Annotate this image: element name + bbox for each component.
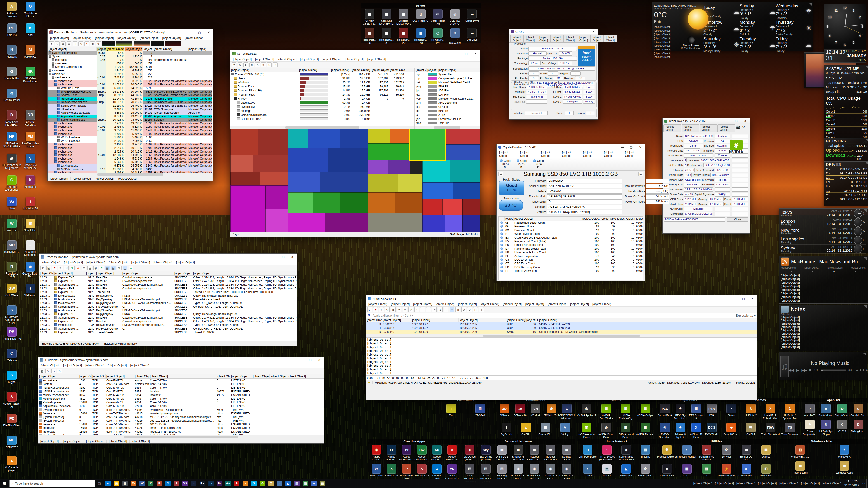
fence-icon[interactable]: CCINEBENCH Windows .. [559, 404, 575, 420]
zoom-in-icon[interactable]: ⊕ [461, 307, 466, 312]
play-button[interactable]: ▶ [796, 368, 799, 372]
directory-row[interactable]: Program Files 14.3% 15.0 GB 96,116 86,25… [230, 93, 414, 97]
minimize-button[interactable]: — [618, 144, 627, 150]
event-row[interactable]: 12:03:... SearchIndexer.... 2980 ReadFil… [39, 316, 297, 320]
news-headline[interactable]: [object Object] [781, 299, 866, 303]
titlebar[interactable]: CrystalDiskInfo 7.0.5 x64 —▢✕ [497, 144, 645, 150]
fence-icon[interactable]: ◆BeamNG dr... [721, 423, 741, 436]
fence-icon[interactable]: DwAdobe Dreamwea... [414, 445, 429, 461]
detail-line[interactable]: [object Object] [367, 341, 756, 345]
tray-icon[interactable]: [object Object] [778, 482, 800, 485]
packet-row[interactable]: 30.596212192.168.1.27192.168.1.255UDP305… [366, 322, 757, 326]
task-view-button[interactable]: ◫ [96, 481, 102, 486]
process-row[interactable]: svchost.exe < 0.01 11,628 K 26,080 K 392… [48, 83, 213, 87]
event-row[interactable]: 12:03:... taskhostw.exe 3140 RegCloseKey… [39, 308, 297, 312]
fence-icon[interactable]: WWord 2016 [369, 464, 384, 477]
treemap-block[interactable] [368, 143, 410, 160]
fence-icon[interactable]: UUkTrainSys Plugin [818, 420, 834, 436]
treemap-block[interactable] [423, 199, 443, 216]
fence-icon[interactable]: OOutlook 2016 [429, 464, 444, 480]
include-icon[interactable]: ⊕ [82, 266, 86, 270]
titlebar[interactable]: C: - WinDirStat —▢✕ [230, 51, 480, 57]
help-icon[interactable]: ? [273, 62, 278, 67]
desktop-icon[interactable]: i IrfanView 64 [21, 197, 40, 210]
menu-item[interactable]: [object Object] [479, 302, 501, 306]
treemap-block[interactable] [230, 186, 266, 232]
restart-capture-icon[interactable]: ↻ [379, 307, 384, 312]
tab[interactable]: [object Object] [682, 125, 700, 132]
menu-item[interactable]: [object Object] [138, 35, 160, 40]
desktop-icon[interactable]: ▲ VLC media player [2, 456, 21, 472]
treemap-block[interactable] [423, 182, 453, 199]
directory-row[interactable]: ProgramData 15.8% 16.5 GB 76,687 69,648 [230, 85, 414, 89]
profiling-filter-icon[interactable]: ▲ [129, 266, 133, 270]
column-header[interactable]: [object Object] [538, 318, 757, 322]
maximize-button[interactable]: ▢ [279, 254, 288, 260]
taskbar-clock[interactable]: 12:14:20 31/01/2019 [843, 480, 861, 487]
tab[interactable]: [object Object] [604, 35, 617, 42]
desktop-icon[interactable]: M MakeMKV [21, 45, 40, 58]
column-header[interactable]: [object Object] [459, 318, 506, 322]
desktop-icon[interactable]: ≡ New Text Document [21, 240, 40, 257]
card-select[interactable]: NVIDIA GeForce GTX 980 Ti [664, 217, 725, 222]
event-row[interactable]: 12:03:... Explorer.EXE 9128 ReadFile C:\… [39, 287, 297, 290]
clear-icon[interactable]: ⌫ [64, 266, 69, 270]
process-row[interactable]: taskhostw.exe 9,372 K 24,052 K 3140 Host… [48, 164, 213, 168]
desktop-icon[interactable]: S Skype [2, 370, 21, 384]
stop-capture-icon[interactable]: ■ [373, 307, 378, 312]
fence-icon[interactable]: 💻PuTTY [597, 464, 616, 477]
extension-row[interactable]: .sys System file [415, 72, 480, 76]
directory-row[interactable]: Users 31.8% 33.3 GB 162,269 129,387 [230, 76, 414, 80]
socket-select[interactable]: Socket #1 [525, 111, 548, 115]
fence-icon[interactable]: ◧WinDirStat [756, 464, 776, 477]
menu-item[interactable]: [object Object] [106, 363, 128, 368]
smart-row[interactable]: B1 Wear Leveling Count 99 99 0 000000000… [499, 232, 643, 236]
fence-icon[interactable]: ▭CardReader (M) [429, 9, 446, 25]
fence-icon[interactable]: ▣Windows Apps [822, 461, 867, 474]
taskbar-app-icon[interactable]: ⚒ [268, 481, 274, 486]
process-row[interactable]: System Idle Process 90.51 52 K 8 K 0 [48, 51, 213, 55]
directory-row[interactable]: Windows 20.2% 21.2 GB 127,837 102,719 [230, 80, 414, 85]
fence-icon[interactable]: ◍nV D A Apollo 11 [577, 404, 596, 417]
column-header[interactable]: [object Object] [149, 375, 216, 379]
desktop-icon[interactable]: V Oracle VM VirtualBox [21, 154, 40, 170]
column-header[interactable]: [object Object] [121, 271, 174, 275]
note-line[interactable]: [object Object] [781, 326, 866, 329]
fence-icon[interactable]: ☁iCloud Drive [463, 9, 480, 22]
event-row[interactable]: 12:03:... Explorer.EXE 9128 Thread Exit … [39, 290, 297, 294]
fence-icon[interactable]: ▤HomeNetw... (Y) [378, 28, 395, 44]
fence-icon[interactable]: ▤HomeNet... (Z) [361, 28, 378, 44]
prev-disk-arrow[interactable]: ◀ [498, 172, 503, 176]
column-header[interactable]: [object Object] [635, 217, 643, 221]
extension-row[interactable]: .dat DAT File [415, 93, 480, 97]
system-widget[interactable]: SYSTEM UPTIME 0 Days, 0 Hours, 57 Minute… [824, 65, 868, 139]
column-header[interactable]: [object Object] [230, 375, 252, 379]
fence-icon[interactable]: ◈VMDG505 (Mode... [462, 445, 478, 461]
desktop-icon[interactable]: ✶ Stellarium [21, 284, 40, 297]
resolve-icon[interactable]: A [45, 369, 50, 373]
menu-item[interactable]: [object Object] [40, 260, 62, 265]
note-line[interactable]: [object Object] [781, 339, 866, 342]
packet-bytes-pane[interactable]: 0000 01 80 c2 00 00 00 08 bd 43 6e cd 26… [366, 376, 757, 380]
treemap-block[interactable] [230, 155, 253, 173]
news-tab[interactable]: [object Object] [781, 266, 796, 269]
column-header[interactable]: [object Object] [415, 68, 427, 72]
event-row[interactable]: 12:03:... Explorer.EXE 9128 ReadFile C:\… [39, 275, 297, 279]
extension-row[interactable]: .bin BIN File [415, 109, 480, 113]
process-row[interactable]: svchost.exe < 0.01 12,280 K 14,700 K 155… [48, 153, 213, 157]
process-row[interactable]: csrss.exe 1,940 K 4,792 K 656 [48, 69, 213, 72]
desktop-icon[interactable]: N Network [2, 45, 21, 58]
taskbar-app-icon[interactable]: ◈ [311, 481, 317, 486]
treemap-block[interactable] [450, 160, 480, 183]
fence-icon[interactable]: ⊕FTP (ab.co.uk) [446, 28, 464, 44]
tray-icon[interactable]: [object Object] [821, 482, 843, 485]
news-widget[interactable]: MacRumors: Mac News and Ru... [object Ob… [779, 256, 868, 304]
column-header[interactable]: [object Object] [106, 47, 125, 51]
smart-row[interactable]: 09 Power-on Hours 99 99 0 0000000003AF [499, 225, 643, 228]
taskbar-app-icon[interactable]: ◣ [285, 481, 291, 486]
connection-row[interactable]: svchost.exe 1036 TCP Core-i7-4770k epmap… [38, 379, 324, 382]
network-filter-icon[interactable]: ⇅ [117, 266, 122, 270]
fence-icon[interactable]: ▤HomeNet... (X) [395, 28, 412, 44]
fence-icon[interactable]: ▲CatZilla [516, 423, 536, 436]
fence-icon[interactable]: ▣nVIDIA G-Sync [636, 404, 655, 417]
